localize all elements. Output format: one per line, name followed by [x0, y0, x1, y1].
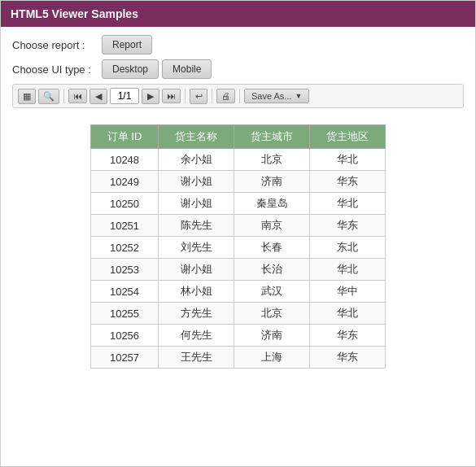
table-cell: 10257 — [90, 347, 159, 369]
ui-type-row: Choose UI type : Desktop Mobile — [12, 59, 464, 79]
page-input[interactable] — [110, 88, 139, 104]
table-row: 10254林小姐武汉华中 — [90, 281, 386, 303]
prev-page-button[interactable]: ◀ — [90, 89, 107, 104]
separator-1 — [63, 89, 64, 103]
header-row: 订单 ID货主名称货主城市货主地区 — [90, 125, 386, 149]
main-window: HTML5 Viewer Samples Choose report : Rep… — [0, 0, 476, 467]
table-header-cell: 订单 ID — [90, 125, 159, 149]
table-header: 订单 ID货主名称货主城市货主地区 — [90, 125, 386, 149]
table-cell: 10251 — [90, 215, 159, 237]
table-cell: 北京 — [234, 149, 310, 171]
table-cell: 10250 — [90, 193, 159, 215]
separator-3 — [212, 89, 212, 103]
table-cell: 长春 — [234, 237, 310, 259]
viewer-toolbar: ▦ 🔍 ⏮ ◀ ▶ ⏭ ↩ 🖨 Save As... ▼ — [12, 84, 464, 108]
table-row: 10257王先生上海华东 — [90, 347, 386, 369]
table-row: 10256何先生济南华东 — [90, 325, 386, 347]
table-cell: 谢小姐 — [159, 193, 234, 215]
table-icon-button[interactable]: ▦ — [18, 89, 36, 104]
table-cell: 北京 — [234, 303, 310, 325]
table-cell: 10248 — [90, 149, 159, 171]
title-bar: HTML5 Viewer Samples — [1, 1, 475, 27]
table-row: 10251陈先生南京华东 — [90, 215, 386, 237]
back-button[interactable]: ↩ — [190, 89, 207, 104]
report-area: 订单 ID货主名称货主城市货主地区 10248余小姐北京华北10249谢小姐济南… — [12, 116, 464, 377]
table-cell: 华东 — [310, 325, 386, 347]
table-row: 10249谢小姐济南华东 — [90, 171, 386, 193]
table-cell: 陈先生 — [159, 215, 234, 237]
data-table: 订单 ID货主名称货主城市货主地区 10248余小姐北京华北10249谢小姐济南… — [90, 124, 386, 369]
desktop-button[interactable]: Desktop — [102, 59, 159, 79]
content-area: Choose report : Report Choose UI type : … — [1, 27, 475, 385]
table-cell: 华北 — [310, 259, 386, 281]
window-title: HTML5 Viewer Samples — [11, 7, 138, 20]
table-cell: 长治 — [234, 259, 310, 281]
table-header-cell: 货主名称 — [159, 125, 234, 149]
table-cell: 武汉 — [234, 281, 310, 303]
table-cell: 10255 — [90, 303, 159, 325]
table-cell: 华北 — [310, 303, 386, 325]
table-cell: 10252 — [90, 237, 159, 259]
table-cell: 东北 — [310, 237, 386, 259]
table-cell: 方先生 — [159, 303, 234, 325]
table-header-cell: 货主地区 — [310, 125, 386, 149]
search-button[interactable]: 🔍 — [38, 89, 59, 104]
table-cell: 华中 — [310, 281, 386, 303]
choose-report-label: Choose report : — [12, 39, 102, 51]
table-cell: 华东 — [310, 171, 386, 193]
table-row: 10248余小姐北京华北 — [90, 149, 386, 171]
separator-4 — [239, 89, 240, 103]
table-body: 10248余小姐北京华北10249谢小姐济南华东10250谢小姐秦皇岛华北102… — [90, 149, 386, 369]
last-page-button[interactable]: ⏭ — [162, 89, 181, 103]
save-as-button[interactable]: Save As... ▼ — [244, 89, 309, 103]
table-cell: 华东 — [310, 347, 386, 369]
table-cell: 华北 — [310, 193, 386, 215]
report-button[interactable]: Report — [102, 35, 152, 55]
table-cell: 谢小姐 — [159, 171, 234, 193]
table-cell: 秦皇岛 — [234, 193, 310, 215]
chevron-down-icon: ▼ — [295, 92, 303, 100]
report-row: Choose report : Report — [12, 35, 464, 55]
table-row: 10250谢小姐秦皇岛华北 — [90, 193, 386, 215]
table-cell: 济南 — [234, 325, 310, 347]
mobile-button[interactable]: Mobile — [162, 59, 212, 79]
choose-ui-label: Choose UI type : — [12, 63, 102, 76]
table-row: 10252刘先生长春东北 — [90, 237, 386, 259]
table-header-cell: 货主城市 — [234, 125, 310, 149]
table-cell: 济南 — [234, 171, 310, 193]
table-cell: 何先生 — [159, 325, 234, 347]
first-page-button[interactable]: ⏮ — [68, 89, 87, 103]
print-button[interactable]: 🖨 — [216, 89, 235, 103]
table-cell: 谢小姐 — [159, 259, 234, 281]
separator-2 — [185, 89, 186, 103]
table-cell: 南京 — [234, 215, 310, 237]
table-cell: 刘先生 — [159, 237, 234, 259]
table-cell: 华东 — [310, 215, 386, 237]
table-cell: 10253 — [90, 259, 159, 281]
table-row: 10255方先生北京华北 — [90, 303, 386, 325]
table-cell: 10256 — [90, 325, 159, 347]
save-as-label: Save As... — [251, 91, 292, 101]
table-cell: 上海 — [234, 347, 310, 369]
table-cell: 华北 — [310, 149, 386, 171]
table-cell: 王先生 — [159, 347, 234, 369]
table-cell: 10249 — [90, 171, 159, 193]
next-page-button[interactable]: ▶ — [142, 89, 159, 104]
table-cell: 10254 — [90, 281, 159, 303]
table-cell: 林小姐 — [159, 281, 234, 303]
table-cell: 余小姐 — [159, 149, 234, 171]
table-row: 10253谢小姐长治华北 — [90, 259, 386, 281]
